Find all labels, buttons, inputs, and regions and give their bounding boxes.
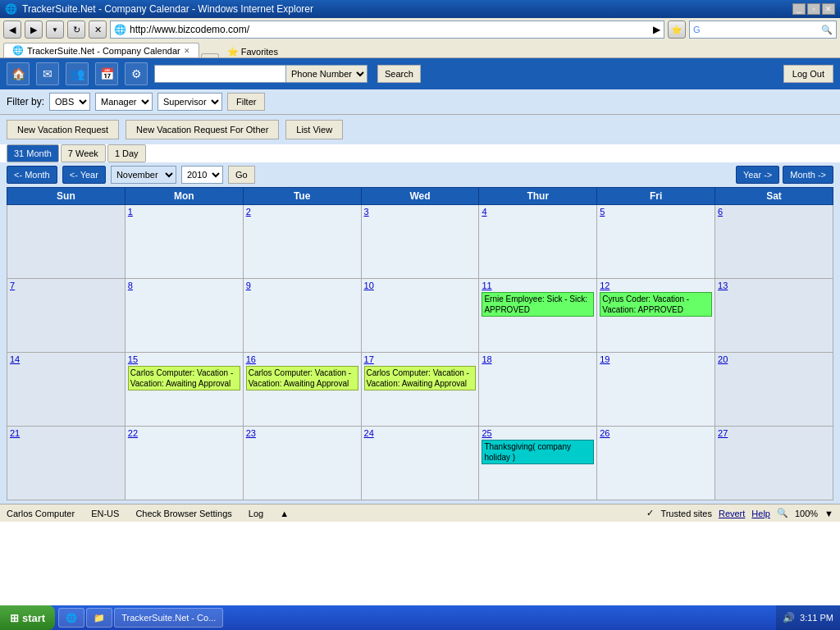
day-number[interactable]: 14 <box>10 354 20 364</box>
calendar-cell[interactable]: 10 <box>361 279 479 353</box>
calendar-cell[interactable]: 27 <box>715 427 833 500</box>
calendar-cell[interactable]: 5 <box>597 205 715 279</box>
calendar-cell[interactable]: 6 <box>715 205 833 279</box>
calendar-cell[interactable]: 3 <box>361 205 479 279</box>
day-number[interactable]: 12 <box>600 281 609 290</box>
calendar-cell[interactable]: 11Ernie Employee: Sick - Sick: APPROVED <box>479 279 597 353</box>
calendar-event[interactable]: Carlos Computer: Vacation - Vacation: Aw… <box>128 366 240 390</box>
favorites-icon[interactable]: ⭐ <box>668 21 686 39</box>
day-number[interactable]: 22 <box>128 428 138 438</box>
calendar-event[interactable]: Thanksgiving( company holiday ) <box>482 440 594 464</box>
search-type-select[interactable]: Phone Number Name Email <box>285 65 368 83</box>
day-number[interactable]: 9 <box>246 281 251 290</box>
calendar-cell[interactable]: 2 <box>243 205 361 279</box>
calendar-event[interactable]: Carlos Computer: Vacation - Vacation: Aw… <box>364 366 477 390</box>
calendar-cell[interactable]: 17Carlos Computer: Vacation - Vacation: … <box>361 353 479 427</box>
day-number[interactable]: 24 <box>364 428 374 438</box>
browser-search-icon[interactable]: 🔍 <box>821 25 833 35</box>
tab-main[interactable]: 🌐 TrackerSuite.Net - Company Calendar ✕ <box>3 43 199 57</box>
dropdown-button[interactable]: ▼ <box>46 21 64 39</box>
day-number[interactable]: 4 <box>482 207 486 217</box>
address-input[interactable] <box>130 24 653 35</box>
go-button[interactable]: Go <box>228 166 255 184</box>
mail-icon-btn[interactable]: ✉ <box>36 62 59 85</box>
restore-button[interactable]: ▫ <box>807 3 820 15</box>
calendar-cell[interactable]: 13 <box>715 279 833 353</box>
day-number[interactable]: 18 <box>482 354 491 364</box>
back-button[interactable]: ◀ <box>3 21 21 39</box>
day-number[interactable]: 11 <box>482 281 491 290</box>
filter-button[interactable]: Filter <box>227 93 265 111</box>
day-number[interactable]: 8 <box>128 281 133 290</box>
browser-search-input[interactable] <box>702 25 821 34</box>
stop-button[interactable]: ✕ <box>89 21 107 39</box>
calendar-cell[interactable]: 24 <box>361 427 479 500</box>
search-button[interactable]: Search <box>377 65 421 83</box>
calendar-event[interactable]: Carlos Computer: Vacation - Vacation: Aw… <box>246 366 358 390</box>
calendar-cell[interactable]: 7 <box>7 279 126 353</box>
year-select[interactable]: 20082009201020112012 <box>181 166 223 184</box>
manager-select[interactable]: Manager <box>95 93 153 111</box>
prev-year-button[interactable]: <- Year <box>62 166 106 184</box>
search-input[interactable] <box>154 65 285 83</box>
day-number[interactable]: 5 <box>600 207 605 217</box>
calendar-cell[interactable]: 25Thanksgiving( company holiday ) <box>479 427 597 500</box>
day-number[interactable]: 1 <box>128 207 133 217</box>
day-number[interactable]: 6 <box>718 207 723 217</box>
calendar-cell[interactable]: 15Carlos Computer: Vacation - Vacation: … <box>125 353 243 427</box>
calendar-cell[interactable]: 9 <box>243 279 361 353</box>
close-button[interactable]: ✕ <box>822 3 835 15</box>
day-number[interactable]: 7 <box>10 281 15 290</box>
forward-button[interactable]: ▶ <box>25 21 43 39</box>
prev-month-button[interactable]: <- Month <box>7 166 57 184</box>
help-button[interactable]: Help <box>751 509 770 518</box>
calendar-event[interactable]: Ernie Employee: Sick - Sick: APPROVED <box>482 292 594 317</box>
address-bar[interactable]: 🌐 ▶ <box>110 21 664 39</box>
supervisor-select[interactable]: Supervisor <box>158 93 222 111</box>
settings-icon-btn[interactable]: ⚙ <box>125 62 148 85</box>
day-number[interactable]: 27 <box>718 428 728 438</box>
list-view-button[interactable]: List View <box>285 120 343 139</box>
calendar-icon-btn[interactable]: 📅 <box>95 62 118 85</box>
obs-select[interactable]: OBS <box>49 93 90 111</box>
day-number[interactable]: 23 <box>246 428 256 438</box>
calendar-cell[interactable]: 23 <box>243 427 361 500</box>
day-number[interactable]: 17 <box>364 354 374 364</box>
calendar-cell[interactable]: 14 <box>7 353 126 427</box>
day-number[interactable]: 20 <box>718 354 728 364</box>
day-number[interactable]: 21 <box>10 428 20 438</box>
people-icon-btn[interactable]: 👥 <box>66 62 89 85</box>
logout-button[interactable]: Log Out <box>783 65 833 83</box>
home-icon-btn[interactable]: 🏠 <box>7 62 30 85</box>
month-select[interactable]: JanuaryFebruaryMarchAprilMayJuneJulyAugu… <box>111 166 176 184</box>
week-view-tab[interactable]: 7 Week <box>61 144 106 162</box>
day-number[interactable]: 26 <box>600 428 609 438</box>
calendar-cell[interactable]: 21 <box>7 427 126 500</box>
calendar-cell[interactable]: 16Carlos Computer: Vacation - Vacation: … <box>243 353 361 427</box>
favorites-label[interactable]: ⭐ Favorites <box>227 47 278 57</box>
day-number[interactable]: 13 <box>718 281 728 290</box>
calendar-cell[interactable]: 1 <box>125 205 243 279</box>
month-view-tab[interactable]: 31 Month <box>7 144 59 162</box>
tab-close[interactable]: ✕ <box>184 47 190 55</box>
day-number[interactable]: 25 <box>482 428 491 438</box>
next-year-button[interactable]: Year -> <box>736 166 779 184</box>
new-vacation-button[interactable]: New Vacation Request <box>7 120 119 139</box>
browser-search-bar[interactable]: G 🔍 <box>689 21 837 39</box>
calendar-cell[interactable] <box>7 205 126 279</box>
refresh-button[interactable]: ↻ <box>67 21 85 39</box>
day-number[interactable]: 10 <box>364 281 374 290</box>
day-number[interactable]: 19 <box>600 354 609 364</box>
calendar-cell[interactable]: 19 <box>597 353 715 427</box>
calendar-cell[interactable]: 8 <box>125 279 243 353</box>
calendar-cell[interactable]: 22 <box>125 427 243 500</box>
calendar-cell[interactable]: 4 <box>479 205 597 279</box>
minimize-button[interactable]: _ <box>792 3 806 15</box>
calendar-cell[interactable]: 12Cyrus Coder: Vacation - Vacation: APPR… <box>597 279 715 353</box>
calendar-cell[interactable]: 18 <box>479 353 597 427</box>
revert-button[interactable]: Revert <box>719 509 745 518</box>
day-number[interactable]: 15 <box>128 354 138 364</box>
day-number[interactable]: 2 <box>246 207 251 217</box>
tab-new[interactable] <box>201 53 219 57</box>
calendar-event[interactable]: Cyrus Coder: Vacation - Vacation: APPROV… <box>600 292 712 317</box>
